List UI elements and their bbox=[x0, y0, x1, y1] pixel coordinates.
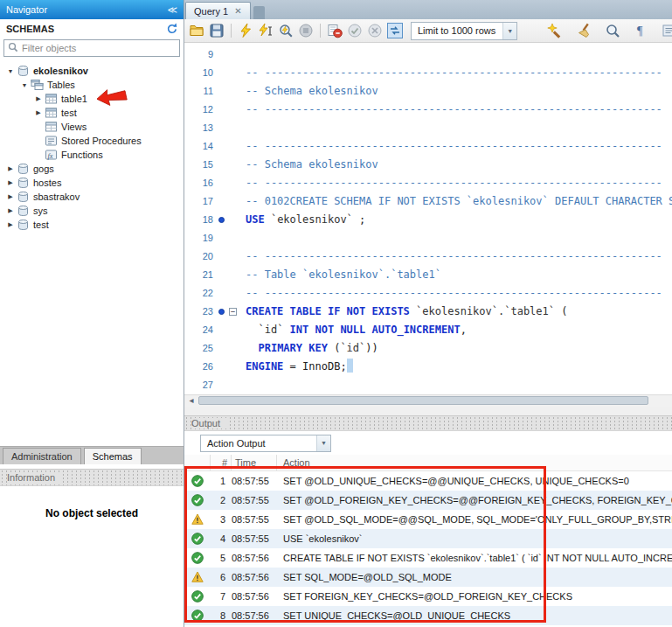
collapse-panel-icon[interactable]: ≪ bbox=[167, 4, 177, 16]
horizontal-scrollbar[interactable]: ◂ bbox=[184, 394, 672, 407]
find-icon[interactable] bbox=[604, 22, 621, 39]
code-line-19[interactable]: 19 bbox=[184, 229, 672, 247]
output-row-8[interactable]: 808:57:56SET UNIQUE_CHECKS=@OLD_UNIQUE_C… bbox=[184, 606, 672, 625]
tree-item-label: ekolesnikov bbox=[33, 66, 88, 76]
schema-filter-input[interactable]: Filter objects bbox=[3, 39, 180, 57]
code-line-13[interactable]: 13 bbox=[184, 119, 672, 137]
line-number: 11 bbox=[184, 82, 213, 101]
line-number: 9 bbox=[184, 45, 213, 64]
code-line-22[interactable]: 22-- -----------------------------------… bbox=[184, 284, 672, 303]
tree-item-test[interactable]: ▶test bbox=[0, 106, 184, 120]
tree-item-sys[interactable]: ▶sys bbox=[0, 204, 184, 218]
tab-query-1[interactable]: Query 1 ✕ bbox=[185, 2, 251, 19]
line-number: 16 bbox=[184, 174, 213, 192]
code-line-17[interactable]: 17-- 0102CREATE SCHEMA IF NOT EXISTS `ek… bbox=[184, 192, 672, 211]
tree-item-tables[interactable]: ▼Tables bbox=[0, 78, 184, 92]
expander-icon[interactable]: ▼ bbox=[19, 82, 30, 88]
code-line-10[interactable]: 10-- -----------------------------------… bbox=[184, 64, 672, 82]
code-line-15[interactable]: 15-- Schema ekolesnikov bbox=[184, 156, 672, 174]
tab-administration[interactable]: Administration bbox=[3, 448, 81, 464]
line-number: 15 bbox=[184, 156, 213, 174]
tree-item-test[interactable]: ▶test bbox=[0, 218, 184, 232]
table-icon bbox=[44, 107, 59, 119]
time-column-header: Time bbox=[232, 455, 277, 470]
code-line-16[interactable]: 16-- -----------------------------------… bbox=[184, 174, 672, 192]
line-number: 17 bbox=[184, 192, 213, 211]
wrap-icon[interactable] bbox=[662, 22, 672, 39]
row-action: SET @OLD_UNIQUE_CHECKS=@@UNIQUE_CHECKS, … bbox=[277, 476, 672, 486]
execute-bolt-icon[interactable] bbox=[237, 22, 254, 39]
code-line-11[interactable]: 11-- Schema ekolesnikov bbox=[184, 82, 672, 101]
expander-icon[interactable]: ▶ bbox=[33, 109, 44, 116]
stop-on-error-icon[interactable] bbox=[326, 22, 343, 39]
clean-icon[interactable] bbox=[575, 22, 592, 39]
output-view-dropdown[interactable]: Action Output ▼ bbox=[200, 435, 331, 452]
success-icon bbox=[184, 590, 211, 603]
navigator-titlebar: Navigator ≪ bbox=[0, 0, 184, 19]
chevron-down-icon: ▼ bbox=[502, 23, 516, 39]
pilcrow-icon[interactable]: ¶ bbox=[633, 22, 650, 39]
code-line-14[interactable]: 14-- -----------------------------------… bbox=[184, 137, 672, 156]
stop-icon[interactable] bbox=[297, 22, 315, 39]
tree-item-stored-procedures[interactable]: Stored Procedures bbox=[0, 134, 184, 148]
scroll-left-icon[interactable]: ◂ bbox=[186, 395, 197, 406]
execute-current-icon[interactable] bbox=[257, 22, 274, 39]
line-number: 24 bbox=[184, 321, 213, 339]
schema-icon bbox=[16, 219, 31, 231]
tree-item-gogs[interactable]: ▶gogs bbox=[0, 162, 184, 176]
output-row-5[interactable]: 508:57:56CREATE TABLE IF NOT EXISTS `eko… bbox=[184, 548, 672, 568]
output-row-4[interactable]: 408:57:55USE `ekolesnikov` bbox=[184, 529, 672, 548]
row-time: 08:57:55 bbox=[232, 495, 277, 505]
tree-item-views[interactable]: Views bbox=[0, 120, 184, 134]
output-row-1[interactable]: 108:57:55SET @OLD_UNIQUE_CHECKS=@@UNIQUE… bbox=[184, 471, 672, 491]
tree-item-ekolesnikov[interactable]: ▼ekolesnikov bbox=[0, 64, 184, 78]
open-folder-icon[interactable] bbox=[188, 22, 205, 39]
rollback-icon[interactable] bbox=[366, 22, 384, 39]
limit-rows-dropdown[interactable]: Limit to 1000 rows▼ bbox=[411, 22, 517, 40]
expander-icon[interactable]: ▶ bbox=[5, 221, 16, 228]
tab-schemas[interactable]: Schemas bbox=[84, 448, 142, 464]
panel-splitter[interactable] bbox=[184, 407, 672, 415]
code-line-25[interactable]: 25 PRIMARY KEY (`id`)) bbox=[184, 339, 672, 358]
tree-item-label: Tables bbox=[47, 80, 75, 90]
tree-item-functions[interactable]: fxFunctions bbox=[0, 148, 184, 162]
toolbar-separator bbox=[320, 24, 321, 38]
expander-icon[interactable]: ▶ bbox=[5, 179, 16, 186]
selection-highlight bbox=[347, 359, 353, 373]
line-number: 18 bbox=[184, 211, 213, 229]
code-line-26[interactable]: 26ENGINE = InnoDB; bbox=[184, 358, 672, 376]
schema-icon bbox=[16, 191, 31, 203]
expander-icon[interactable]: ▶ bbox=[5, 193, 16, 200]
expander-icon[interactable]: ▶ bbox=[5, 165, 16, 172]
code-line-27[interactable]: 27 bbox=[184, 376, 672, 394]
output-row-3[interactable]: 308:57:55SET @OLD_SQL_MODE=@@SQL_MODE, S… bbox=[184, 510, 672, 529]
sql-editor[interactable]: 910-- ----------------------------------… bbox=[184, 43, 672, 394]
code-line-18[interactable]: 18USE `ekolesnikov` ; bbox=[184, 211, 672, 229]
refresh-schemas-icon[interactable] bbox=[165, 23, 177, 36]
explain-icon[interactable] bbox=[277, 22, 294, 39]
code-line-24[interactable]: 24 `id` INT NOT NULL AUTO_INCREMENT, bbox=[184, 321, 672, 339]
code-line-9[interactable]: 9 bbox=[184, 45, 672, 64]
expander-icon[interactable]: ▼ bbox=[5, 68, 16, 74]
output-row-7[interactable]: 708:57:56SET FOREIGN_KEY_CHECKS=@OLD_FOR… bbox=[184, 587, 672, 606]
expander-icon[interactable]: ▶ bbox=[33, 95, 44, 102]
close-tab-icon[interactable]: ✕ bbox=[234, 7, 241, 16]
save-icon[interactable] bbox=[208, 22, 225, 39]
tree-item-table1[interactable]: ▶table1 bbox=[0, 92, 184, 106]
commit-icon[interactable] bbox=[346, 22, 364, 39]
code-line-23[interactable]: 23−CREATE TABLE IF NOT EXISTS `ekolesnik… bbox=[184, 303, 672, 321]
line-number: 27 bbox=[184, 376, 213, 394]
tree-item-sbastrakov[interactable]: ▶sbastrakov bbox=[0, 190, 184, 204]
code-line-21[interactable]: 21-- Table `ekolesnikov`.`table1` bbox=[184, 266, 672, 284]
tree-item-hostes[interactable]: ▶hostes bbox=[0, 176, 184, 190]
code-line-12[interactable]: 12-- -----------------------------------… bbox=[184, 101, 672, 119]
tree-item-label: hostes bbox=[33, 178, 61, 188]
output-row-2[interactable]: 208:57:55SET @OLD_FOREIGN_KEY_CHECKS=@@F… bbox=[184, 491, 672, 510]
code-fold-icon[interactable]: − bbox=[229, 308, 237, 316]
expander-icon[interactable]: ▶ bbox=[5, 207, 16, 214]
output-row-6[interactable]: 608:57:56SET SQL_MODE=@OLD_SQL_MODE bbox=[184, 568, 672, 587]
beautify-icon[interactable] bbox=[546, 22, 564, 39]
scrollbar-thumb[interactable] bbox=[198, 396, 648, 405]
autocommit-icon[interactable] bbox=[386, 22, 404, 39]
code-line-20[interactable]: 20-- -----------------------------------… bbox=[184, 247, 672, 266]
